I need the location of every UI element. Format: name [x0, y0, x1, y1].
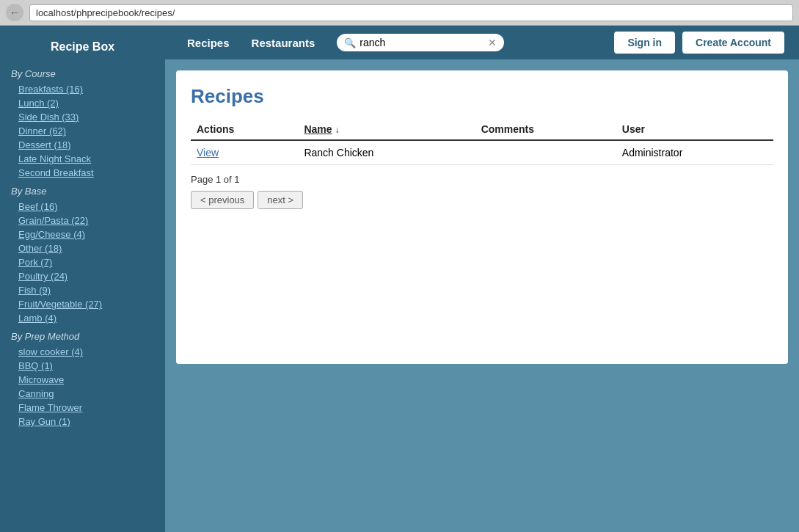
sidebar-title: Recipe Box	[0, 33, 165, 62]
sidebar-item-dinner[interactable]: Dinner (62)	[0, 124, 165, 138]
name-cell: Ranch Chicken	[298, 140, 475, 165]
sidebar-item-flame-thrower[interactable]: Flame Thrower	[0, 401, 165, 415]
sidebar-item-ray-gun[interactable]: Ray Gun (1)	[0, 415, 165, 429]
action-cell: View	[191, 140, 298, 165]
search-input[interactable]	[360, 37, 488, 48]
browser-bar: ← localhost/phprecipebook/recipes/	[0, 0, 799, 26]
recipes-table: Actions Name ↓ Comments User View	[191, 119, 773, 165]
page-info: Page 1 of 1	[191, 174, 773, 185]
user-cell: Administrator	[616, 140, 773, 165]
sidebar-item-fish[interactable]: Fish (9)	[0, 283, 165, 297]
pagination: < previous next >	[191, 191, 773, 209]
search-container: 🔍 ✕	[337, 34, 504, 51]
sidebar-item-dessert[interactable]: Dessert (18)	[0, 138, 165, 152]
sidebar-item-egg-cheese[interactable]: Egg/Cheese (4)	[0, 227, 165, 241]
view-link[interactable]: View	[197, 147, 219, 158]
table-row: View Ranch Chicken Administrator	[191, 140, 773, 165]
search-clear-icon[interactable]: ✕	[488, 37, 497, 48]
recipe-area: Recipes Actions Name ↓ Comments User	[176, 70, 788, 364]
by-prep-label: By Prep Method	[0, 325, 165, 345]
main-content: Recipes Restaurants 🔍 ✕ Sign in Create A…	[165, 26, 799, 532]
next-button[interactable]: next >	[258, 191, 303, 209]
col-name-label[interactable]: Name	[304, 123, 332, 135]
create-account-button[interactable]: Create Account	[682, 32, 784, 54]
table-header-row: Actions Name ↓ Comments User	[191, 119, 773, 140]
sidebar-item-slow-cooker[interactable]: slow cooker (4)	[0, 345, 165, 359]
sidebar-item-side-dish[interactable]: Side Dish (33)	[0, 110, 165, 124]
col-actions: Actions	[191, 119, 298, 140]
sidebar-item-lamb[interactable]: Lamb (4)	[0, 311, 165, 325]
sidebar-item-grain-pasta[interactable]: Grain/Pasta (22)	[0, 214, 165, 227]
sidebar-item-lunch[interactable]: Lunch (2)	[0, 96, 165, 110]
sidebar-item-fruit-vegetable[interactable]: Fruit/Vegetable (27)	[0, 297, 165, 311]
top-nav: Recipes Restaurants 🔍 ✕ Sign in Create A…	[165, 26, 799, 59]
sidebar: Recipe Box By Course Breakfasts (16) Lun…	[0, 26, 165, 532]
sort-arrow-icon: ↓	[335, 125, 339, 135]
sidebar-item-second-breakfast[interactable]: Second Breakfast	[0, 166, 165, 180]
sidebar-item-breakfasts[interactable]: Breakfasts (16)	[0, 82, 165, 96]
by-base-label: By Base	[0, 180, 165, 200]
nav-restaurants[interactable]: Restaurants	[244, 32, 323, 54]
col-user: User	[616, 119, 773, 140]
back-button[interactable]: ←	[6, 4, 23, 21]
sidebar-item-other[interactable]: Other (18)	[0, 241, 165, 255]
sidebar-item-late-night-snack[interactable]: Late Night Snack	[0, 152, 165, 166]
nav-recipes[interactable]: Recipes	[180, 32, 237, 54]
search-icon: 🔍	[344, 37, 356, 48]
col-name: Name ↓	[298, 119, 475, 140]
sidebar-item-microwave[interactable]: Microwave	[0, 373, 165, 387]
url-bar[interactable]: localhost/phprecipebook/recipes/	[29, 4, 793, 21]
sidebar-item-pork[interactable]: Pork (7)	[0, 255, 165, 269]
comments-cell	[475, 140, 616, 165]
sidebar-item-poultry[interactable]: Poultry (24)	[0, 269, 165, 283]
sidebar-item-beef[interactable]: Beef (16)	[0, 200, 165, 214]
col-comments: Comments	[475, 119, 616, 140]
by-course-label: By Course	[0, 62, 165, 82]
sidebar-item-bbq[interactable]: BBQ (1)	[0, 359, 165, 373]
page-title: Recipes	[191, 85, 773, 108]
sidebar-item-canning[interactable]: Canning	[0, 387, 165, 401]
signin-button[interactable]: Sign in	[614, 32, 675, 54]
prev-button[interactable]: < previous	[191, 191, 254, 209]
